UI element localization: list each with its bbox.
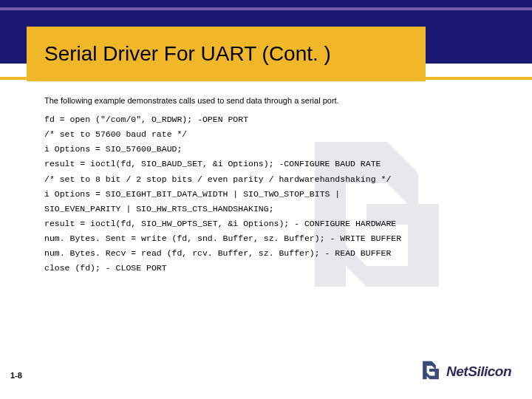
code-block: fd = open ("/com/0", O_RDWR); -OPEN PORT… bbox=[44, 112, 502, 276]
intro-text: The following example demonstrates calls… bbox=[44, 96, 502, 105]
page-number: 1-8 bbox=[10, 371, 22, 380]
footer: 1-8 NetSilicon bbox=[0, 362, 532, 392]
purple-accent-strip bbox=[0, 7, 532, 10]
brand-logo: NetSilicon bbox=[418, 358, 511, 386]
brand-logo-icon bbox=[418, 358, 443, 386]
slide-title: Serial Driver For UART (Cont. ) bbox=[44, 42, 331, 66]
content-area: The following example demonstrates calls… bbox=[44, 96, 502, 276]
brand-name: NetSilicon bbox=[446, 364, 511, 380]
title-box: Serial Driver For UART (Cont. ) bbox=[27, 27, 426, 81]
